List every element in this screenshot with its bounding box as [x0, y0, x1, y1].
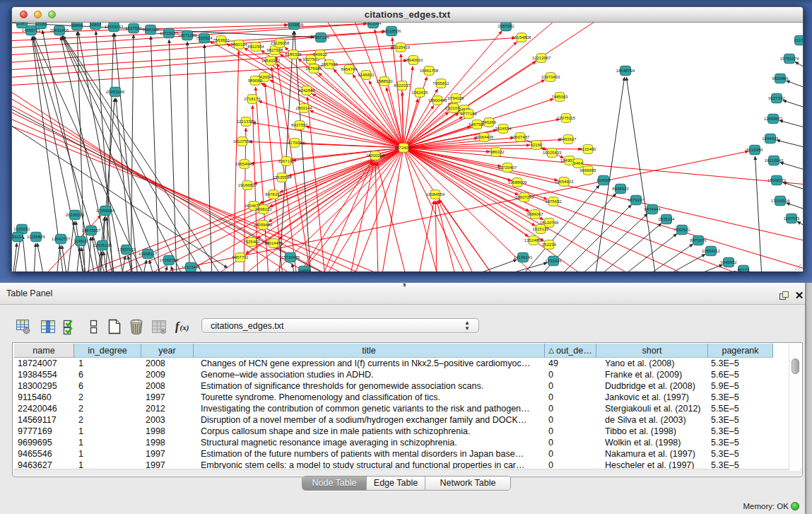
- column-header-in_degree[interactable]: in_degree: [74, 344, 141, 358]
- cell-name[interactable]: 9699695: [18, 437, 73, 448]
- cell-short[interactable]: Wolkin et al. (1998): [605, 437, 707, 448]
- citation-edge-black[interactable]: [578, 214, 647, 271]
- cell-pagerank[interactable]: 5.3E–5: [711, 358, 772, 369]
- cell-out_de[interactable]: 0: [548, 380, 595, 392]
- network-window-titlebar[interactable]: citations_edges.txt: [12, 7, 803, 23]
- cell-name[interactable]: 9777169: [18, 426, 73, 437]
- table-row[interactable]: 977716911998Corpus callosum shape and si…: [14, 426, 777, 437]
- memory-status-icon[interactable]: [791, 502, 799, 510]
- citation-edge-red[interactable]: [319, 73, 404, 148]
- cell-name[interactable]: 18724007: [18, 358, 73, 369]
- cell-title[interactable]: Tourette syndrome. Phenomenology and cla…: [201, 392, 543, 403]
- cell-title[interactable]: Estimation of the future numbers of pati…: [201, 448, 543, 460]
- citation-edge-black[interactable]: [149, 260, 154, 271]
- citation-edge-black[interactable]: [466, 259, 517, 271]
- citation-edge-red[interactable]: [438, 200, 475, 271]
- citation-edge-red[interactable]: [404, 105, 434, 148]
- citation-edge-black[interactable]: [779, 120, 803, 128]
- citation-edge-black[interactable]: [76, 247, 80, 271]
- citation-edge-black[interactable]: [595, 77, 625, 271]
- table-chooser-dropdown[interactable]: citations_edges.txt ▲▼: [201, 318, 479, 333]
- table-row[interactable]: 911546021997Tourette syndrome. Phenomeno…: [14, 392, 777, 403]
- cell-out_de[interactable]: 0: [548, 392, 595, 403]
- citation-edge-black[interactable]: [13, 243, 17, 271]
- citation-edge-black[interactable]: [63, 36, 223, 272]
- column-header-title[interactable]: title: [194, 344, 545, 358]
- cell-title[interactable]: Genome–wide association studies in ADHD.: [201, 369, 543, 380]
- cell-out_de[interactable]: 0: [548, 437, 595, 448]
- citation-edge-black[interactable]: [787, 203, 804, 210]
- network-canvas[interactable]: 2087140557211018120691406988662089710553…: [12, 23, 803, 271]
- citation-edge-black[interactable]: [23, 235, 27, 271]
- citation-edge-black[interactable]: [777, 140, 803, 148]
- cell-in_degree[interactable]: 2: [78, 392, 140, 403]
- cell-pagerank[interactable]: 5.3E–5: [711, 426, 772, 437]
- citation-edge-black[interactable]: [663, 254, 705, 271]
- tab-edge-table[interactable]: Edge Table: [367, 477, 425, 490]
- column-header-pagerank[interactable]: pagerank: [708, 344, 773, 358]
- cell-title[interactable]: Disruption of a novel member of a sodium…: [201, 414, 543, 426]
- cell-year[interactable]: 2003: [146, 414, 192, 426]
- cell-pagerank[interactable]: 5.3E–5: [711, 392, 772, 403]
- cell-in_degree[interactable]: 6: [78, 369, 140, 380]
- citation-edge-black[interactable]: [143, 260, 146, 271]
- window-resize-grip[interactable]: [792, 261, 802, 271]
- cell-in_degree[interactable]: 1: [78, 426, 140, 437]
- cell-in_degree[interactable]: 2: [78, 414, 140, 426]
- cell-year[interactable]: 2012: [146, 403, 192, 414]
- column-header-year[interactable]: year: [141, 344, 194, 358]
- cell-in_degree[interactable]: 1: [78, 448, 140, 460]
- new-table-icon[interactable]: [107, 318, 122, 335]
- cell-out_de[interactable]: 0: [548, 448, 595, 460]
- citation-edge-black[interactable]: [114, 33, 138, 271]
- table-options-icon[interactable]: [16, 318, 31, 335]
- cell-name[interactable]: 18300295: [18, 380, 73, 392]
- cell-pagerank[interactable]: 5.3E–5: [711, 414, 772, 426]
- citation-edge-red[interactable]: [404, 148, 803, 241]
- cell-short[interactable]: Stergiakouli et al. (2012): [605, 403, 707, 414]
- cell-year[interactable]: 2009: [146, 369, 192, 380]
- citation-edge-red[interactable]: [297, 161, 372, 271]
- cell-short[interactable]: Tibbo et al. (1998): [605, 426, 707, 437]
- citation-edge-red[interactable]: [404, 66, 413, 148]
- citation-edge-red[interactable]: [12, 124, 389, 271]
- cell-short[interactable]: Nakamura et al. (1997): [605, 448, 707, 460]
- float-window-icon[interactable]: [779, 291, 789, 300]
- cell-short[interactable]: Franke et al. (2009): [605, 369, 707, 380]
- citation-edge-black[interactable]: [797, 221, 803, 227]
- cell-out_de[interactable]: 49: [548, 358, 595, 369]
- cell-pagerank[interactable]: 5.6E–5: [711, 369, 772, 380]
- cell-name[interactable]: 14569117: [18, 414, 73, 426]
- table-row[interactable]: 2242004622012Investigating the contribut…: [14, 403, 777, 414]
- table-row[interactable]: 969969511998Structural magnetic resonanc…: [14, 437, 777, 448]
- cell-name[interactable]: 9465546: [18, 448, 73, 460]
- citation-network-graph[interactable]: 2087140557211018120691406988662089710553…: [12, 23, 803, 271]
- citation-edge-red[interactable]: [404, 148, 501, 166]
- cell-short[interactable]: Dudbridge et al. (2008): [605, 380, 707, 392]
- cell-title[interactable]: Corpus callosum shape and size in male p…: [201, 426, 543, 437]
- cell-out_de[interactable]: 0: [548, 426, 595, 437]
- citation-edge-black[interactable]: [37, 243, 44, 271]
- close-panel-icon[interactable]: ✕: [794, 290, 804, 300]
- cell-out_de[interactable]: 0: [548, 414, 595, 426]
- window-edge-scrollbar[interactable]: [805, 283, 812, 514]
- citation-edge-black[interactable]: [62, 245, 68, 271]
- select-columns-icon[interactable]: [62, 318, 78, 335]
- table-row[interactable]: 1938455462009Genome–wide association stu…: [14, 369, 777, 380]
- vertical-scrollbar-thumb[interactable]: [792, 358, 799, 374]
- column-header-short[interactable]: short: [596, 344, 708, 358]
- cell-in_degree[interactable]: 2: [78, 403, 140, 414]
- table-row[interactable]: 946554611997Estimation of the future num…: [14, 448, 777, 460]
- citation-edge-black[interactable]: [795, 62, 803, 69]
- citation-edge-black[interactable]: [34, 243, 36, 271]
- cell-in_degree[interactable]: 6: [78, 380, 140, 392]
- table-row[interactable]: 1872400712008Changes of HCN gene express…: [14, 358, 777, 369]
- citation-edge-black[interactable]: [164, 267, 167, 271]
- column-header-out_de[interactable]: △out_de…: [545, 344, 596, 358]
- cell-name[interactable]: 9115460: [18, 392, 73, 403]
- cell-short[interactable]: Yano et al. (2008): [605, 358, 707, 369]
- cell-year[interactable]: 1998: [146, 426, 192, 437]
- citation-edge-black[interactable]: [57, 245, 60, 271]
- citation-edge-red[interactable]: [325, 23, 404, 148]
- cell-title[interactable]: Investigating the contribution of common…: [201, 403, 543, 414]
